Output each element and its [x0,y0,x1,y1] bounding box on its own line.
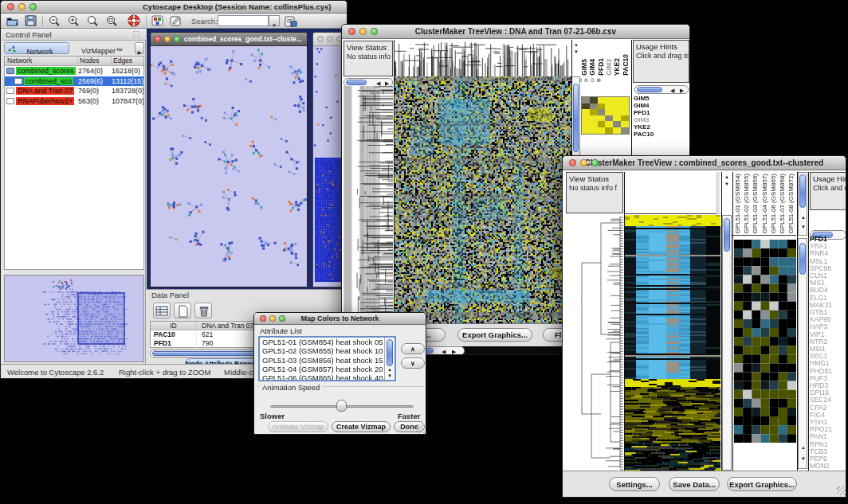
gene-label[interactable]: MSL1 [810,258,846,265]
gene-label[interactable]: PAC10 [634,131,689,138]
gene-list-scrollbar[interactable]: ▲ ▼ [798,238,807,469]
column-label[interactable]: GIM4 [588,59,596,76]
gene-label[interactable]: YSH1 [810,419,846,426]
gene-label[interactable]: GTB1 [810,309,846,316]
gene-label[interactable]: PUF3 [810,375,846,382]
birdseye-view[interactable] [4,275,144,362]
scroll-right-icon[interactable]: ▶ [452,348,456,354]
save-session-icon[interactable] [25,15,37,29]
node-attribute-browser-tab[interactable]: Node Attribute Browser [185,358,258,364]
global-heatmap[interactable] [625,215,720,471]
minimize-icon[interactable] [327,36,333,42]
create-vizmap-button[interactable]: Create Vizmap [332,421,391,432]
gene-label[interactable]: RPO21 [810,426,846,433]
zoom-window-icon[interactable] [174,36,180,42]
zoom-window-icon[interactable] [591,159,599,166]
close-icon[interactable] [317,36,324,42]
row-dendrogram[interactable] [564,215,623,471]
attribute-list[interactable]: GPL51-01 (GSM854) heat shock 05 minGPL51… [258,336,396,381]
resize-grip[interactable] [837,486,846,495]
column-label[interactable]: GIM3 [605,59,613,76]
tab-network[interactable]: Network [4,42,69,54]
labels-hscrollbar[interactable]: ◀ ▶ [634,85,689,94]
gene-label[interactable]: CLN1 [810,272,846,279]
zoom-window-icon[interactable] [29,3,37,10]
vizmapper-icon[interactable] [151,15,163,29]
new-attribute-icon[interactable] [174,303,191,318]
array-labels-vscrollbar[interactable]: ▲ ▼ [798,172,807,236]
gene-label[interactable]: SEC24 [810,397,846,404]
gene-label[interactable]: GIM4 [634,102,689,109]
attribute-list-scrollbar[interactable]: ▲ ▼ [384,338,395,380]
gene-label[interactable]: SEC1 [810,353,846,360]
data-col-id[interactable]: ID [151,322,197,330]
col-header-network[interactable]: Network [5,57,78,65]
scroll-left-icon[interactable]: ◀ [670,87,674,94]
array-label[interactable]: GPL51-04 (GSM857) [761,174,768,234]
array-label[interactable]: GPL51-07 (GSM868) [779,174,786,234]
scroll-down-icon[interactable]: ▼ [387,373,392,380]
attribute-list-item[interactable]: GPL51-06 (GSM865) heat shock 40 min [260,373,384,381]
minimize-icon[interactable] [269,315,276,322]
col-header-nodes[interactable]: Nodes [78,57,112,65]
float-panel-icon[interactable]: ⬚ [132,29,139,37]
gene-label[interactable]: PHO81 [810,368,846,375]
network-list-row[interactable]: combined_scores2764(0)16218(0) [5,66,143,76]
gene-label[interactable]: HAP3 [810,323,846,330]
gene-label[interactable]: PFD1 [810,236,846,243]
scroll-up-icon[interactable]: ▲ [724,174,729,181]
minimize-icon[interactable] [18,3,26,10]
help-lifebuoy-icon[interactable] [128,14,141,30]
gene-label[interactable]: NIS1 [810,279,846,287]
array-label[interactable]: GPL51-01 (GSM854) [734,174,741,234]
gene-label[interactable]: HMG1 [810,360,846,367]
close-icon[interactable] [569,159,576,166]
slider-thumb[interactable] [336,400,347,412]
column-dendrogram[interactable] [395,40,571,76]
scroll-down-icon[interactable]: ▼ [801,455,806,463]
column-label[interactable]: PFD1 [597,58,605,76]
gene-label[interactable]: PEP5 [810,455,846,463]
network-view-canvas[interactable] [151,46,307,287]
attribute-list-item[interactable]: GPL51-03 (GSM856) heat shock 15 min [260,356,384,365]
zoomed-heatmap[interactable] [734,240,796,443]
array-label[interactable]: GPL51-06 (GSM865) [770,174,777,234]
close-icon[interactable] [7,3,14,10]
animate-vizmap-button[interactable]: Animate Vizmap [268,421,328,432]
minimize-icon[interactable] [580,159,587,166]
gene-label[interactable]: TCB3 [810,448,846,455]
minimize-icon[interactable] [359,28,367,35]
network-list-row[interactable]: DNA and Tran 07769(0)183728(0) [5,86,143,96]
save-data-button[interactable]: Save Data... [669,477,720,491]
column-label[interactable]: YKE2 [613,58,621,76]
gene-label[interactable]: CPA2 [810,404,846,412]
gene-label[interactable]: YRA1 [810,243,846,250]
resize-grip[interactable] [416,424,425,433]
gene-label[interactable]: KAP95 [810,316,846,323]
gene-label[interactable]: HRD3 [810,382,846,389]
close-icon[interactable] [260,315,266,322]
attribute-list-item[interactable]: GPL51-04 (GSM857) heat shock 20 min [260,365,384,373]
export-graphics-button[interactable]: Export Graphics... [457,328,532,342]
array-label[interactable]: GPL51-03 (GSM856) [752,174,759,234]
annotation-icon[interactable] [170,15,182,29]
scroll-up-icon[interactable]: ▲ [801,444,806,451]
tab-vizmapper[interactable]: VizMapper™ [71,42,133,54]
open-session-icon[interactable] [6,15,18,29]
gene-label[interactable]: MSI1 [810,346,846,353]
table-icon[interactable] [153,303,171,318]
gene-label[interactable]: ELG1 [810,295,846,302]
col-header-edges[interactable]: Edges [112,57,143,65]
move-up-button[interactable]: ∧ [401,343,425,354]
attribute-list-item[interactable]: GPL51-02 (GSM855) heat shock 10 min [260,346,384,355]
birdseye-canvas[interactable] [5,275,143,361]
gene-label[interactable]: GIM5 [634,95,689,102]
network-list-row[interactable]: combined_sco2569(6)13112(15) [5,76,143,87]
gene-label[interactable]: MON2 [810,463,846,470]
column-label[interactable]: PAC10 [622,54,630,76]
gene-label[interactable]: BUD4 [810,287,846,294]
search-input[interactable] [218,15,269,26]
array-label[interactable]: GPL51-08 (GSM872) [787,174,795,234]
gene-label[interactable]: SPC98 [810,265,846,272]
export-graphics-button[interactable]: Export Graphics... [727,477,797,491]
